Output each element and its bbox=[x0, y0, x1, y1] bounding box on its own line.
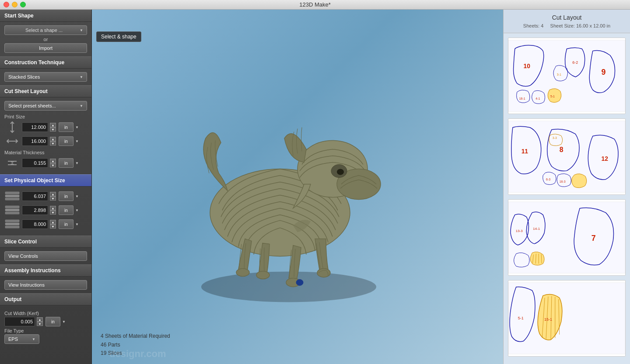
output-header: Output bbox=[0, 293, 91, 305]
cut-width-stepper-down[interactable]: ▼ bbox=[37, 322, 43, 326]
height-stepper-up[interactable]: ▲ bbox=[50, 123, 56, 127]
dim2-row: ▲ ▼ in ▼ bbox=[4, 204, 87, 216]
stacked-layers-icon bbox=[4, 190, 20, 202]
cut-width-input[interactable] bbox=[4, 317, 35, 326]
import-button[interactable]: Import bbox=[4, 43, 87, 53]
dim3-icon bbox=[4, 218, 20, 230]
dim1-unit-arrow: ▼ bbox=[75, 194, 79, 198]
close-button[interactable] bbox=[4, 2, 9, 7]
cut-sheet-4: 5-1 15-1 bbox=[508, 280, 626, 357]
svg-point-23 bbox=[236, 268, 249, 276]
select-shape-bar-label: Select & shape bbox=[101, 34, 136, 40]
dim3-row: ▲ ▼ in ▼ bbox=[4, 218, 87, 230]
dim2-unit[interactable]: in bbox=[59, 205, 74, 215]
select-shape-bar: Select & shape bbox=[96, 31, 141, 42]
thickness-stepper: ▲ ▼ bbox=[50, 159, 57, 167]
file-type-dropdown[interactable]: EPS ▼ bbox=[4, 334, 39, 344]
cut-sheet-3: 7 13-3 14-1 bbox=[508, 199, 626, 276]
height-input[interactable] bbox=[22, 122, 48, 132]
width-stepper: ▲ ▼ bbox=[50, 137, 57, 146]
dim3-stepper-down[interactable]: ▼ bbox=[50, 224, 56, 229]
svg-text:11: 11 bbox=[522, 148, 528, 155]
height-unit[interactable]: in bbox=[59, 122, 74, 132]
dim3-stepper-up[interactable]: ▲ bbox=[50, 220, 56, 224]
slice-control-content: View Controls bbox=[0, 248, 91, 264]
height-stepper: ▲ ▼ bbox=[50, 123, 57, 132]
svg-text:9: 9 bbox=[602, 68, 606, 76]
svg-text:16-3: 16-3 bbox=[560, 180, 566, 183]
cut-layout-title: Cut Layout bbox=[510, 14, 623, 21]
thickness-unit-arrow: ▼ bbox=[75, 161, 79, 165]
width-row: ▲ ▼ in ▼ bbox=[4, 135, 87, 147]
cut-layout-info: Sheets: 4 Sheet Size: 16.00 x 12.00 in bbox=[510, 23, 623, 28]
print-size-label: Print Size bbox=[4, 114, 87, 119]
svg-text:3-1: 3-1 bbox=[557, 73, 561, 76]
cut-width-unit[interactable]: in bbox=[46, 317, 60, 326]
cut-width-stepper: ▲ ▼ bbox=[37, 317, 44, 326]
svg-text:13-3: 13-3 bbox=[516, 229, 523, 233]
physical-object-header: Set Physical Object Size bbox=[0, 174, 91, 187]
width-stepper-down[interactable]: ▼ bbox=[50, 141, 56, 146]
assembly-instructions-content: View Instructions bbox=[0, 277, 91, 293]
start-shape-content: Select a shape ... ▼ or Import bbox=[0, 22, 91, 56]
svg-rect-40 bbox=[508, 202, 625, 273]
dim2-unit-arrow: ▼ bbox=[75, 208, 79, 212]
cut-layout-panel: Cut Layout Sheets: 4 Sheet Size: 16.00 x… bbox=[503, 10, 630, 364]
height-stepper-down[interactable]: ▼ bbox=[50, 127, 56, 132]
preset-sheets-dropdown[interactable]: Select preset sheets... ▼ bbox=[4, 101, 87, 111]
construction-technique-value: Stacked Slices bbox=[8, 74, 40, 80]
dim3-input[interactable] bbox=[22, 219, 48, 229]
title-bar: 123D Make* bbox=[0, 0, 630, 10]
output-content: Cut Width (Kerf) ▲ ▼ in ▼ File Type EPS … bbox=[0, 305, 91, 347]
dim2-stepper-up[interactable]: ▲ bbox=[50, 206, 56, 210]
dim1-input[interactable] bbox=[22, 191, 48, 201]
minimize-button[interactable] bbox=[12, 2, 18, 7]
thickness-stepper-down[interactable]: ▼ bbox=[50, 163, 56, 167]
3d-viewport[interactable]: Select & shape bbox=[92, 10, 503, 364]
width-input[interactable] bbox=[22, 136, 48, 146]
select-shape-label: Select a shape ... bbox=[8, 28, 80, 33]
construction-technique-content: Stacked Slices ▼ bbox=[0, 69, 91, 85]
width-stepper-up[interactable]: ▲ bbox=[50, 137, 56, 141]
dim1-icon bbox=[4, 190, 20, 202]
svg-point-19 bbox=[337, 169, 344, 175]
thickness-icon-svg bbox=[6, 157, 18, 169]
slice-control-header: Slice Control bbox=[0, 236, 91, 248]
svg-text:14-1: 14-1 bbox=[533, 227, 540, 231]
dim1-stepper: ▲ ▼ bbox=[50, 192, 57, 201]
dim1-stepper-up[interactable]: ▲ bbox=[50, 192, 56, 196]
thickness-input[interactable] bbox=[22, 158, 48, 168]
traffic-lights bbox=[4, 2, 26, 7]
width-unit[interactable]: in bbox=[59, 136, 74, 146]
svg-text:6-3: 6-3 bbox=[546, 178, 550, 181]
height-row: ▲ ▼ in ▼ bbox=[4, 121, 87, 133]
cut-width-row: ▲ ▼ in ▼ bbox=[4, 317, 87, 326]
dim2-stepper-down[interactable]: ▼ bbox=[50, 210, 56, 215]
construction-technique-dropdown[interactable]: Stacked Slices ▼ bbox=[4, 72, 87, 82]
thickness-unit[interactable]: in bbox=[59, 158, 74, 168]
cut-sheet-1-svg: 10 6-2 9 16-1 4-1 3-1 5-1 bbox=[508, 38, 625, 114]
maximize-button[interactable] bbox=[20, 2, 26, 7]
cut-sheet-1: 10 6-2 9 16-1 4-1 3-1 5-1 bbox=[508, 38, 626, 114]
viewport-info: 4 Sheets of Material Required 46 Parts 1… bbox=[101, 332, 170, 357]
dog-model-svg bbox=[144, 55, 451, 309]
assembly-instructions-header: Assembly Instructions bbox=[0, 264, 91, 277]
dim1-stepper-down[interactable]: ▼ bbox=[50, 196, 56, 201]
cut-width-unit-arrow: ▼ bbox=[62, 320, 66, 324]
cut-width-stepper-up[interactable]: ▲ bbox=[37, 317, 43, 322]
svg-rect-10 bbox=[5, 212, 19, 214]
view-instructions-button[interactable]: View Instructions bbox=[4, 280, 87, 290]
dim3-unit[interactable]: in bbox=[59, 219, 74, 229]
cut-layout-header: Cut Layout Sheets: 4 Sheet Size: 16.00 x… bbox=[504, 10, 630, 33]
dog-model bbox=[144, 55, 451, 309]
svg-rect-25 bbox=[508, 40, 625, 111]
dim1-unit[interactable]: in bbox=[59, 191, 74, 201]
cut-sheet-4-svg: 5-1 15-1 bbox=[508, 281, 625, 356]
sheets-required-text: 4 Sheets of Material Required bbox=[101, 332, 170, 340]
svg-rect-12 bbox=[5, 223, 19, 225]
cut-sheet-2: 11 8 12 6-3 16-3 3-3 bbox=[508, 118, 626, 195]
select-shape-button[interactable]: Select a shape ... ▼ bbox=[4, 25, 87, 35]
view-controls-button[interactable]: View Controls bbox=[4, 251, 87, 261]
thickness-stepper-up[interactable]: ▲ bbox=[50, 159, 56, 163]
dim2-input[interactable] bbox=[22, 205, 48, 215]
